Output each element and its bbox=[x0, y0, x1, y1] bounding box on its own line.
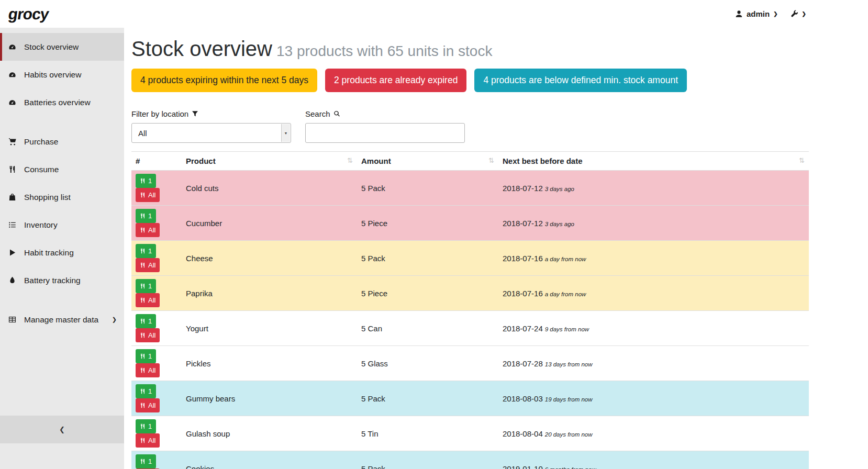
consume-one-button[interactable]: 1 bbox=[136, 314, 156, 328]
product-name: Pickles bbox=[182, 346, 357, 381]
consume-all-button[interactable]: All bbox=[136, 363, 160, 377]
amount: 5 Glass bbox=[357, 346, 498, 381]
row-actions: 1 All bbox=[131, 451, 182, 469]
search-input[interactable] bbox=[305, 123, 465, 143]
utensils-icon bbox=[140, 227, 146, 233]
sidebar-item-inventory[interactable]: Inventory ❯ bbox=[0, 211, 124, 239]
sidebar-item-shopping-list[interactable]: Shopping list ❯ bbox=[0, 183, 124, 211]
location-select[interactable]: All ▼ bbox=[131, 123, 291, 143]
sidebar-item-label: Stock overview bbox=[24, 42, 79, 52]
consume-one-button[interactable]: 1 bbox=[136, 279, 156, 293]
row-actions: 1 All bbox=[131, 206, 182, 241]
consume-one-button[interactable]: 1 bbox=[136, 419, 156, 433]
column-header-amount[interactable]: Amount ⇅ bbox=[357, 152, 498, 171]
play-icon bbox=[8, 249, 21, 256]
sidebar-item-batteries-overview[interactable]: Batteries overview ❯ bbox=[0, 88, 124, 116]
status-badges: 4 products expiring within the next 5 da… bbox=[131, 69, 809, 92]
amount: 5 Can bbox=[357, 311, 498, 346]
best-before-date: 2018-07-16a day from now bbox=[498, 276, 809, 311]
user-name: admin bbox=[747, 9, 770, 18]
consume-all-button[interactable]: All bbox=[136, 188, 160, 202]
search-label: Search bbox=[305, 109, 465, 118]
consume-all-button[interactable]: All bbox=[136, 398, 160, 412]
row-actions: 1 All bbox=[131, 346, 182, 381]
utensils-icon bbox=[140, 332, 146, 338]
user-menu[interactable]: admin ❯ bbox=[735, 9, 778, 18]
column-header-best-before[interactable]: Next best before date ⇅ bbox=[498, 152, 809, 171]
sidebar-item-label: Batteries overview bbox=[24, 98, 91, 107]
sidebar-item-battery-tracking[interactable]: Battery tracking ❯ bbox=[0, 266, 124, 294]
sort-icon[interactable]: ⇅ bbox=[347, 157, 353, 164]
consume-one-button[interactable]: 1 bbox=[136, 209, 156, 223]
best-before-date: 2018-07-249 days from now bbox=[498, 311, 809, 346]
consume-all-button[interactable]: All bbox=[136, 258, 160, 272]
consume-one-button[interactable]: 1 bbox=[136, 384, 156, 398]
utensils-icon bbox=[8, 165, 21, 173]
gauge-icon bbox=[8, 98, 21, 106]
amount: 5 Piece bbox=[357, 276, 498, 311]
bag-icon bbox=[8, 193, 21, 201]
cart-icon bbox=[8, 138, 21, 146]
search-icon bbox=[333, 110, 340, 117]
row-actions: 1 All bbox=[131, 241, 182, 276]
utensils-icon bbox=[140, 367, 146, 373]
page-title-text: Stock overview bbox=[131, 37, 272, 60]
table-icon bbox=[8, 316, 21, 323]
sidebar-item-label: Habit tracking bbox=[24, 248, 74, 258]
consume-one-button[interactable]: 1 bbox=[136, 174, 156, 188]
settings-menu[interactable]: ❯ bbox=[791, 10, 806, 18]
sidebar-item-habits-overview[interactable]: Habits overview ❯ bbox=[0, 61, 124, 88]
sort-icon[interactable]: ⇅ bbox=[799, 157, 805, 164]
chevron-right-icon: ❯ bbox=[112, 316, 117, 323]
utensils-icon bbox=[140, 459, 146, 464]
top-bar-menus: admin ❯ ❯ bbox=[735, 9, 806, 18]
best-before-date: 2018-07-2813 days from now bbox=[498, 346, 809, 381]
below-min-stock-badge[interactable]: 4 products are below defined min. stock … bbox=[474, 69, 687, 92]
amount: 5 Pack bbox=[357, 171, 498, 206]
amount: 5 Tin bbox=[357, 416, 498, 451]
utensils-icon bbox=[140, 178, 146, 184]
column-header-index: # bbox=[131, 152, 182, 171]
top-bar: grocy admin ❯ ❯ bbox=[0, 0, 868, 28]
product-name: Cookies bbox=[182, 451, 357, 469]
location-filter: Filter by location All ▼ bbox=[131, 109, 291, 143]
sidebar-item-label: Inventory bbox=[24, 220, 58, 230]
sort-icon[interactable]: ⇅ bbox=[488, 157, 494, 164]
chevron-left-icon: ❮ bbox=[59, 426, 65, 433]
column-header-product[interactable]: Product ⇅ bbox=[182, 152, 357, 171]
best-before-date: 2018-08-0420 days from now bbox=[498, 416, 809, 451]
consume-one-button[interactable]: 1 bbox=[136, 244, 156, 258]
best-before-date: 2018-07-16a day from now bbox=[498, 241, 809, 276]
consume-all-button[interactable]: All bbox=[136, 328, 160, 342]
utensils-icon bbox=[140, 262, 146, 268]
product-name: Cucumber bbox=[182, 206, 357, 241]
amount: 5 Pack bbox=[357, 451, 498, 469]
sidebar-item-consume[interactable]: Consume ❯ bbox=[0, 155, 124, 183]
sidebar-item-stock-overview[interactable]: Stock overview ❯ bbox=[0, 33, 124, 61]
sidebar-item-purchase[interactable]: Purchase ❯ bbox=[0, 128, 124, 155]
consume-all-button[interactable]: All bbox=[136, 293, 160, 307]
consume-one-button[interactable]: 1 bbox=[136, 349, 156, 363]
expired-badge[interactable]: 2 products are already expired bbox=[325, 69, 466, 92]
sidebar-item-label: Habits overview bbox=[24, 70, 81, 80]
sidebar-nav: Stock overview ❯ Habits overview ❯ Batte… bbox=[0, 28, 124, 333]
expiring-soon-badge[interactable]: 4 products expiring within the next 5 da… bbox=[131, 69, 317, 92]
consume-one-button[interactable]: 1 bbox=[136, 454, 156, 468]
app-logo[interactable]: grocy bbox=[7, 5, 50, 23]
best-before-date: 2019-01-106 months from now bbox=[498, 451, 809, 469]
sidebar-item-habit-tracking[interactable]: Habit tracking ❯ bbox=[0, 239, 124, 266]
row-actions: 1 All bbox=[131, 311, 182, 346]
best-before-date: 2018-07-123 days ago bbox=[498, 206, 809, 241]
consume-all-button[interactable]: All bbox=[136, 433, 160, 448]
amount: 5 Pack bbox=[357, 381, 498, 416]
main-content: Stock overview13 products with 65 units … bbox=[124, 28, 868, 469]
table-row: 1 All Gulash soup 5 Tin 2018-08-0420 day… bbox=[131, 416, 809, 451]
utensils-icon bbox=[140, 388, 146, 394]
product-name: Gummy bears bbox=[182, 381, 357, 416]
utensils-icon bbox=[140, 423, 146, 429]
consume-all-button[interactable]: All bbox=[136, 223, 160, 237]
sidebar-item-manage-master-data[interactable]: Manage master data ❯ bbox=[0, 306, 124, 333]
sidebar-collapse-button[interactable]: ❮ bbox=[0, 416, 124, 443]
table-row: 1 All Yogurt 5 Can 2018-07-249 days from… bbox=[131, 311, 809, 346]
gauge-icon bbox=[8, 71, 21, 79]
